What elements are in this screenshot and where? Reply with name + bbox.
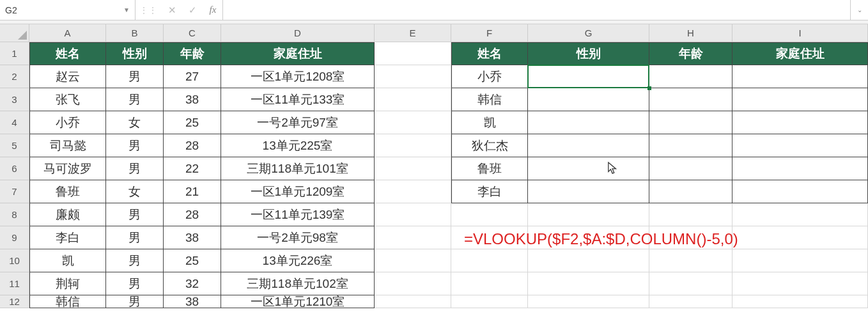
fx-icon[interactable]: fx bbox=[207, 4, 219, 15]
cell-I2[interactable] bbox=[732, 65, 868, 88]
cell-I10[interactable] bbox=[732, 249, 868, 272]
col-header-C[interactable]: C bbox=[164, 24, 221, 42]
cell-G1[interactable]: 性别 bbox=[528, 42, 649, 65]
name-box-dropdown-icon[interactable]: ▼ bbox=[123, 6, 130, 13]
cell-I5[interactable] bbox=[732, 134, 868, 157]
cell-C10[interactable]: 25 bbox=[164, 249, 221, 272]
cell-E1[interactable] bbox=[375, 42, 451, 65]
cell-C5[interactable]: 28 bbox=[164, 134, 221, 157]
row-header-12[interactable]: 12 bbox=[0, 295, 29, 308]
cell-F12[interactable] bbox=[451, 295, 528, 308]
cell-C4[interactable]: 25 bbox=[164, 111, 221, 134]
cell-D5[interactable]: 13单元225室 bbox=[221, 134, 375, 157]
col-header-B[interactable]: B bbox=[106, 24, 164, 42]
col-header-E[interactable]: E bbox=[375, 24, 451, 42]
cell-I3[interactable] bbox=[732, 88, 868, 111]
cell-A9[interactable]: 李白 bbox=[29, 226, 106, 249]
cell-B12[interactable]: 男 bbox=[106, 295, 164, 308]
row-header-3[interactable]: 3 bbox=[0, 88, 29, 111]
cell-E6[interactable] bbox=[375, 157, 451, 180]
cell-H5[interactable] bbox=[649, 134, 732, 157]
cell-E5[interactable] bbox=[375, 134, 451, 157]
cell-A10[interactable]: 凯 bbox=[29, 249, 106, 272]
cell-G2[interactable] bbox=[528, 65, 649, 88]
cell-F6[interactable]: 鲁班 bbox=[451, 157, 528, 180]
cell-B4[interactable]: 女 bbox=[106, 111, 164, 134]
col-header-F[interactable]: F bbox=[451, 24, 528, 42]
cell-I1[interactable]: 家庭住址 bbox=[732, 42, 868, 65]
cell-H1[interactable]: 年龄 bbox=[649, 42, 732, 65]
cell-B6[interactable]: 男 bbox=[106, 157, 164, 180]
col-header-D[interactable]: D bbox=[221, 24, 375, 42]
cell-E3[interactable] bbox=[375, 88, 451, 111]
cell-B5[interactable]: 男 bbox=[106, 134, 164, 157]
cell-F2[interactable]: 小乔 bbox=[451, 65, 528, 88]
cancel-icon[interactable]: ✕ bbox=[166, 4, 178, 16]
cell-B9[interactable]: 男 bbox=[106, 226, 164, 249]
cell-H11[interactable] bbox=[649, 272, 732, 295]
cell-D8[interactable]: 一区11单元139室 bbox=[221, 203, 375, 226]
cell-G6[interactable] bbox=[528, 157, 649, 180]
cell-I4[interactable] bbox=[732, 111, 868, 134]
cell-E11[interactable] bbox=[375, 272, 451, 295]
cell-F1[interactable]: 姓名 bbox=[451, 42, 528, 65]
cell-F5[interactable]: 狄仁杰 bbox=[451, 134, 528, 157]
row-header-2[interactable]: 2 bbox=[0, 65, 29, 88]
cell-B10[interactable]: 男 bbox=[106, 249, 164, 272]
cell-E2[interactable] bbox=[375, 65, 451, 88]
cell-B11[interactable]: 男 bbox=[106, 272, 164, 295]
cell-A2[interactable]: 赵云 bbox=[29, 65, 106, 88]
cell-G7[interactable] bbox=[528, 180, 649, 203]
cell-F10[interactable] bbox=[451, 249, 528, 272]
cell-D10[interactable]: 13单元226室 bbox=[221, 249, 375, 272]
row-header-8[interactable]: 8 bbox=[0, 203, 29, 226]
cell-C6[interactable]: 22 bbox=[164, 157, 221, 180]
cell-G12[interactable] bbox=[528, 295, 649, 308]
row-header-9[interactable]: 9 bbox=[0, 226, 29, 249]
row-header-10[interactable]: 10 bbox=[0, 249, 29, 272]
cell-I8[interactable] bbox=[732, 203, 868, 226]
cell-E4[interactable] bbox=[375, 111, 451, 134]
row-header-6[interactable]: 6 bbox=[0, 157, 29, 180]
enter-icon[interactable]: ✓ bbox=[187, 4, 198, 16]
col-header-H[interactable]: H bbox=[649, 24, 732, 42]
cell-F3[interactable]: 韩信 bbox=[451, 88, 528, 111]
cell-I12[interactable] bbox=[732, 295, 868, 308]
cell-E7[interactable] bbox=[375, 180, 451, 203]
cell-B7[interactable]: 女 bbox=[106, 180, 164, 203]
col-header-G[interactable]: G bbox=[528, 24, 649, 42]
cell-F8[interactable] bbox=[451, 203, 528, 226]
cell-C9[interactable]: 38 bbox=[164, 226, 221, 249]
expand-formula-bar-icon[interactable]: ⌄ bbox=[850, 0, 868, 20]
cell-B3[interactable]: 男 bbox=[106, 88, 164, 111]
cell-C12[interactable]: 38 bbox=[164, 295, 221, 308]
cell-H6[interactable] bbox=[649, 157, 732, 180]
cell-D2[interactable]: 一区1单元1208室 bbox=[221, 65, 375, 88]
cell-D4[interactable]: 一号2单元97室 bbox=[221, 111, 375, 134]
cell-F7[interactable]: 李白 bbox=[451, 180, 528, 203]
cell-B2[interactable]: 男 bbox=[106, 65, 164, 88]
cell-D1[interactable]: 家庭住址 bbox=[221, 42, 375, 65]
cell-C7[interactable]: 21 bbox=[164, 180, 221, 203]
cell-C11[interactable]: 32 bbox=[164, 272, 221, 295]
cell-D9[interactable]: 一号2单元98室 bbox=[221, 226, 375, 249]
cell-G4[interactable] bbox=[528, 111, 649, 134]
cell-I7[interactable] bbox=[732, 180, 868, 203]
cell-G9[interactable] bbox=[528, 226, 649, 249]
cell-A1[interactable]: 姓名 bbox=[29, 42, 106, 65]
cell-C3[interactable]: 38 bbox=[164, 88, 221, 111]
formula-input[interactable] bbox=[223, 0, 850, 20]
cell-E10[interactable] bbox=[375, 249, 451, 272]
row-header-7[interactable]: 7 bbox=[0, 180, 29, 203]
cell-E12[interactable] bbox=[375, 295, 451, 308]
cell-F9[interactable] bbox=[451, 226, 528, 249]
cell-A8[interactable]: 廉颇 bbox=[29, 203, 106, 226]
cell-A3[interactable]: 张飞 bbox=[29, 88, 106, 111]
select-all-corner[interactable] bbox=[0, 24, 29, 42]
cell-H2[interactable] bbox=[649, 65, 732, 88]
cell-C8[interactable]: 28 bbox=[164, 203, 221, 226]
cell-B8[interactable]: 男 bbox=[106, 203, 164, 226]
col-header-A[interactable]: A bbox=[29, 24, 106, 42]
cell-G5[interactable] bbox=[528, 134, 649, 157]
cell-E8[interactable] bbox=[375, 203, 451, 226]
